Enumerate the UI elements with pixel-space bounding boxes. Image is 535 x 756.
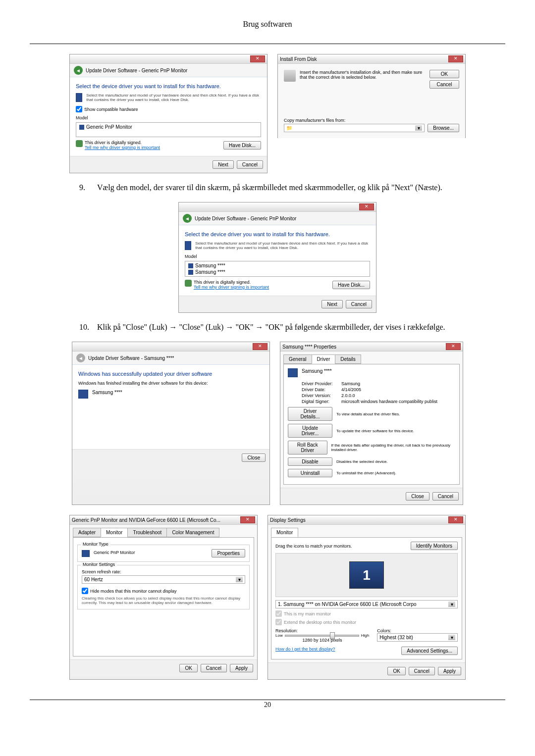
show-compat-checkbox[interactable]: Show compatible hardware [76,106,261,112]
path-dropdown[interactable]: 📁 ▾ [284,124,425,132]
close-icon[interactable]: ✕ [359,203,374,210]
back-icon[interactable]: ◄ [183,214,192,223]
next-button[interactable]: Next [213,160,234,169]
disk-icon [284,70,296,82]
cancel-button[interactable]: Cancel [429,80,459,89]
properties-dialog: Samsung **** Properties ✕ General Driver… [280,342,463,505]
ok-button[interactable]: OK [429,70,459,78]
dialog-body: Select the device driver you want to ins… [179,225,376,296]
tab-adapter[interactable]: Adapter [73,528,101,537]
signing-link[interactable]: Tell me why driver signing is important [194,285,269,290]
cancel-button[interactable]: Cancel [237,160,263,169]
page-number: 20 [30,700,505,709]
tab-driver[interactable]: Driver [312,354,336,364]
tab-monitor[interactable]: Monitor [101,528,128,537]
prop-value: 4/14/2005 [341,387,361,392]
next-button[interactable]: Next [321,300,343,308]
apply-button[interactable]: Apply [230,664,253,672]
update-button[interactable]: Update Driver... [288,424,332,438]
step-9: 9. Vælg den model, der svarer til din sk… [79,183,456,192]
checkbox-input[interactable] [82,588,88,594]
monitor-small-icon [79,125,84,130]
uninstall-button[interactable]: Uninstall [288,469,332,477]
breadcrumb: ◄ Update Driver Software - Generic PnP M… [179,212,376,225]
ok-button[interactable]: OK [387,667,405,675]
success-info: Windows has finished installing the driv… [78,381,264,386]
monitor-preview[interactable]: 1 [349,561,384,589]
monitor-select-value: 1. Samsung **** on NVIDIA GeForce 6600 L… [278,602,417,607]
monitor-icon [76,93,82,102]
monitor-properties-dialog: Generic PnP Monitor and NVIDIA GeForce 6… [69,515,258,680]
res-label: Resolution: [275,628,369,633]
close-icon[interactable]: ✕ [253,343,268,350]
copy-section: Copy manufacturer's files from: 📁 ▾ Brow… [284,118,459,132]
dialog-header: ✕ [179,202,376,212]
close-icon[interactable]: ✕ [446,343,461,350]
type-row: Generic PnP Monitor Properties [82,549,245,557]
type-info: Generic PnP Monitor [82,550,135,557]
signed-row: This driver is digitally signed. Tell me… [185,280,370,290]
dialog-title: Install From Disk [280,56,317,62]
slider-thumb[interactable] [330,632,335,639]
apply-button[interactable]: Apply [438,667,461,675]
back-icon[interactable]: ◄ [74,66,83,75]
model-list[interactable]: Generic PnP Monitor [76,122,261,137]
dialog-body: Select the device driver you want to ins… [70,77,267,156]
monitor-select-dropdown[interactable]: 1. Samsung **** on NVIDIA GeForce 6600 L… [275,600,458,608]
advanced-button[interactable]: Advanced Settings... [401,647,458,655]
resolution-slider[interactable] [285,635,359,637]
details-button[interactable]: Driver Details... [288,407,332,421]
dialog-body: Adapter Monitor Troubleshoot Color Manag… [70,525,257,659]
info-text: Select the manufacturer and model of you… [86,93,261,102]
close-icon[interactable]: ✕ [250,55,265,62]
section-title: Select the device driver you want to ins… [76,83,261,89]
chevron-down-icon: ▾ [415,125,422,131]
cancel-button[interactable]: Cancel [409,667,435,675]
step-text: Vælg den model, der svarer til din skærm… [97,183,456,192]
step-10: 10. Klik på "Close" (Luk) → "Close" (Luk… [79,323,456,332]
ok-button[interactable]: OK [179,664,197,672]
close-icon[interactable]: ✕ [448,516,463,523]
have-disk-button[interactable]: Have Disk... [332,281,370,289]
identify-button[interactable]: Identify Monitors [411,542,458,550]
btn-desc: To view details about the driver files. [336,412,400,416]
button-row: OK Cancel Apply [268,662,465,679]
tab-monitor[interactable]: Monitor [271,528,298,537]
close-icon[interactable]: ✕ [240,516,255,523]
close-icon[interactable]: ✕ [448,55,463,62]
step-number: 10. [79,323,89,332]
signing-link[interactable]: Tell me why driver signing is important [85,145,160,150]
device-name: Samsung **** [302,368,332,374]
close-button[interactable]: Close [242,454,266,462]
properties-button[interactable]: Properties [212,549,245,557]
screenshot-row-1: ✕ ◄ Update Driver Software - Generic PnP… [30,54,505,173]
browse-button[interactable]: Browse... [428,124,459,132]
tab-color[interactable]: Color Management [166,528,219,537]
help-link[interactable]: How do I get the best display? [275,647,335,655]
cancel-button[interactable]: Cancel [201,664,227,672]
tab-troubleshoot[interactable]: Troubleshoot [127,528,167,537]
group-title: Monitor Settings [81,562,117,567]
list-item[interactable]: Samsung **** [186,269,369,275]
rollback-button[interactable]: Roll Back Driver [288,441,327,454]
disable-button[interactable]: Disable [288,457,332,466]
hide-modes-checkbox[interactable]: Hide modes that this monitor cannot disp… [82,588,245,594]
list-item-text: Samsung **** [195,263,225,268]
color-value: Highest (32 bit) [379,635,413,640]
model-list[interactable]: Samsung **** Samsung **** [185,261,370,277]
model-label: Model [76,115,261,120]
tab-general[interactable]: General [283,354,312,364]
button-row: Close Cancel [280,488,463,504]
signed-text-block: This driver is digitally signed. Tell me… [194,280,269,290]
refresh-dropdown[interactable]: 60 Hertz ▾ [82,575,245,584]
close-button[interactable]: Close [406,492,429,501]
list-item[interactable]: Generic PnP Monitor [77,124,260,130]
prop-value: 2.0.0.0 [341,393,355,398]
tab-details[interactable]: Details [335,354,361,364]
cancel-button[interactable]: Cancel [432,492,459,501]
checkbox-input[interactable] [76,106,82,112]
list-item[interactable]: Samsung **** [186,262,369,269]
color-dropdown[interactable]: Highest (32 bit) ▾ [377,633,458,642]
have-disk-button[interactable]: Have Disk... [223,141,261,150]
cancel-button[interactable]: Cancel [346,300,372,308]
